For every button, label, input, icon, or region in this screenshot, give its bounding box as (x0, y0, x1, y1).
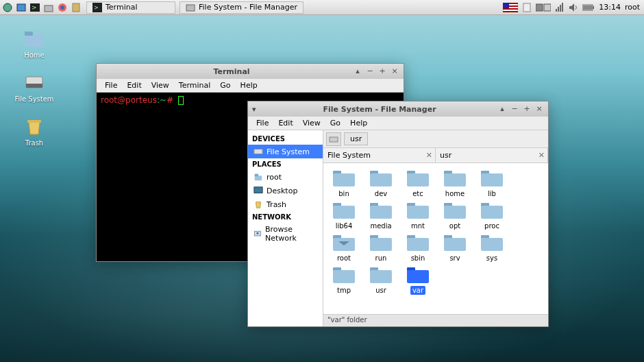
workspace-switcher-icon[interactable] (536, 3, 551, 12)
menu-view[interactable]: View (299, 117, 325, 129)
svg-rect-76 (407, 270, 429, 283)
firefox-launcher-icon[interactable] (56, 1, 69, 14)
file-item-run[interactable]: run (366, 233, 396, 263)
file-item-var[interactable]: var (403, 265, 433, 295)
show-desktop-icon[interactable] (15, 1, 27, 14)
svg-rect-31 (26, 84, 42, 88)
sidebar-item-file-system[interactable]: File System (248, 145, 323, 158)
file-item-dev[interactable]: dev (366, 169, 396, 198)
file-item-usr[interactable]: usr (366, 265, 396, 295)
desktop-icon-home[interactable]: Home (14, 27, 55, 59)
network-tray-icon[interactable] (555, 3, 565, 12)
close-icon[interactable]: ✕ (426, 151, 432, 160)
file-item-lib[interactable]: lib (477, 169, 507, 198)
file-item-srv[interactable]: srv (440, 233, 470, 263)
file-item-root[interactable]: root (329, 233, 359, 263)
desktop-icon-trash[interactable]: Trash (14, 115, 55, 147)
file-item-etc[interactable]: etc (403, 169, 433, 198)
file-label: run (373, 254, 389, 263)
window-title: Terminal (110, 67, 353, 76)
svg-rect-17 (523, 3, 530, 12)
file-item-media[interactable]: media (366, 201, 396, 230)
battery-tray-icon[interactable] (582, 4, 595, 11)
file-item-proc[interactable]: proc (477, 201, 507, 230)
file-item-home[interactable]: home (440, 169, 470, 198)
menu-help[interactable]: Help (236, 80, 262, 91)
menu-go[interactable]: Go (326, 117, 345, 129)
folder-icon (480, 201, 504, 220)
svg-text:>: > (32, 4, 37, 11)
file-item-tmp[interactable]: tmp (329, 265, 359, 295)
clock[interactable]: 13:14 (599, 3, 621, 12)
taskbar-task-terminal[interactable]: > Terminal (86, 1, 175, 14)
sidebar-item-root[interactable]: root (248, 170, 323, 184)
volume-tray-icon[interactable] (569, 3, 578, 12)
terminal-cursor (178, 96, 184, 105)
file-item-sys[interactable]: sys (477, 233, 507, 263)
clipboard-icon[interactable] (522, 3, 532, 12)
up-button[interactable] (326, 132, 341, 146)
maximize-button[interactable]: + (522, 104, 532, 114)
sidebar-section-places: PLACES (248, 158, 323, 170)
menu-launcher-icon[interactable] (1, 1, 14, 14)
maximize-button[interactable]: + (377, 67, 387, 76)
menu-go[interactable]: Go (216, 80, 234, 91)
file-item-opt[interactable]: opt (440, 201, 470, 230)
file-item-bin[interactable]: bin (329, 169, 359, 198)
desktop-icon-filesystem[interactable]: File System (14, 71, 55, 103)
keep-above-button[interactable]: ▴ (353, 67, 362, 76)
menu-edit[interactable]: Edit (274, 117, 297, 129)
svg-rect-1 (17, 4, 25, 11)
breadcrumb-usr[interactable]: usr ✕ (436, 148, 548, 162)
keep-above-button[interactable]: ▴ (497, 104, 507, 114)
terminal-titlebar[interactable]: Terminal ▴ − + × (97, 64, 404, 79)
svg-rect-7 (73, 3, 79, 12)
svg-rect-20 (556, 9, 557, 12)
sidebar-item-desktop[interactable]: Desktop (248, 184, 323, 197)
minimize-button[interactable]: − (510, 104, 519, 114)
file-manager-launcher-icon[interactable] (42, 1, 55, 14)
path-segment-usr[interactable]: usr (344, 132, 368, 145)
menu-view[interactable]: View (147, 80, 173, 91)
folder-icon (332, 233, 356, 252)
sidebar-item-browse-network[interactable]: Browse Network (248, 223, 323, 245)
svg-rect-23 (562, 3, 563, 12)
file-manager-titlebar[interactable]: ▾ File System - File Manager ▴ − + × (248, 101, 548, 117)
editor-launcher-icon[interactable] (70, 1, 82, 14)
file-label: dev (373, 189, 389, 198)
file-manager-icon-view[interactable]: bindevetchomeliblib64mediamntoptprocroot… (323, 163, 548, 314)
svg-rect-66 (407, 238, 429, 251)
file-label: root (335, 254, 353, 263)
file-item-sbin[interactable]: sbin (403, 233, 433, 263)
sidebar-item-label: Trash (267, 200, 286, 209)
sidebar-item-trash[interactable]: Trash (248, 197, 323, 211)
file-item-lib64[interactable]: lib64 (329, 201, 359, 230)
folder-icon (406, 233, 430, 252)
keyboard-layout-icon[interactable] (503, 3, 518, 12)
svg-rect-32 (27, 120, 41, 123)
folder-icon (480, 169, 504, 188)
terminal-menubar: File Edit View Terminal Go Help (97, 79, 404, 93)
breadcrumb-filesystem[interactable]: File System ✕ (323, 148, 436, 162)
sidebar-item-label: Browse Network (265, 225, 317, 243)
trash-icon (253, 200, 263, 209)
terminal-launcher-icon[interactable]: > (29, 1, 41, 14)
user-label[interactable]: root (625, 3, 640, 12)
folder-icon (369, 169, 393, 188)
minimize-button[interactable]: − (365, 67, 375, 76)
menu-terminal[interactable]: Terminal (175, 80, 215, 91)
desktop-icon-label: Home (24, 51, 45, 59)
close-icon[interactable]: ✕ (538, 151, 545, 160)
menu-help[interactable]: Help (346, 117, 371, 129)
svg-point-0 (3, 3, 12, 12)
taskbar-task-file-manager[interactable]: File System - File Manager (179, 1, 304, 14)
close-button[interactable]: × (390, 67, 399, 76)
file-label: usr (373, 286, 388, 295)
menu-file[interactable]: File (252, 117, 273, 129)
file-item-mnt[interactable]: mnt (403, 201, 433, 230)
menu-file[interactable]: File (101, 80, 121, 91)
folder-icon (406, 169, 430, 188)
close-button[interactable]: × (534, 104, 544, 114)
menu-edit[interactable]: Edit (123, 80, 145, 91)
taskbar: > > Terminal File System - File Manager … (0, 0, 644, 15)
